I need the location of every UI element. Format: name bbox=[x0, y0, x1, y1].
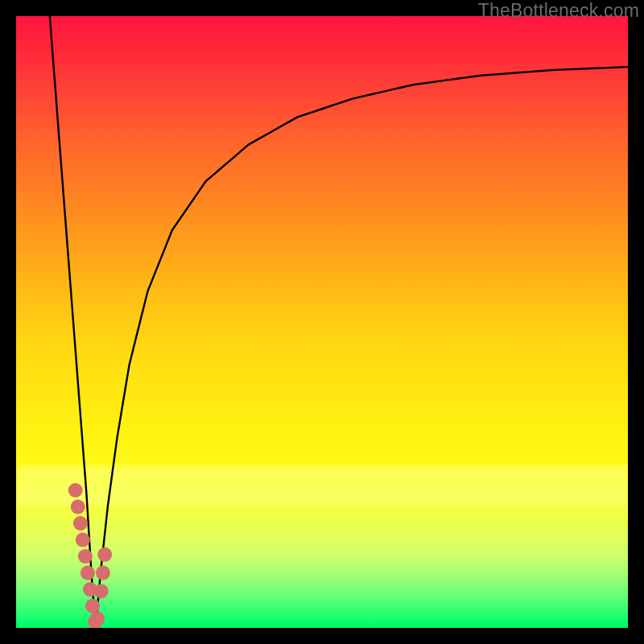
marker-point bbox=[94, 584, 109, 598]
marker-point bbox=[73, 516, 88, 530]
marker-group bbox=[68, 483, 112, 628]
marker-point bbox=[76, 533, 90, 547]
plot-area bbox=[16, 16, 628, 628]
curve-right-branch bbox=[96, 67, 628, 628]
marker-point bbox=[68, 483, 83, 497]
marker-point bbox=[71, 500, 85, 514]
curves-layer bbox=[16, 16, 628, 628]
marker-point bbox=[85, 599, 100, 613]
marker-point bbox=[78, 549, 93, 564]
marker-point bbox=[97, 547, 112, 562]
marker-point bbox=[80, 566, 95, 580]
marker-point bbox=[96, 566, 110, 580]
curve-group bbox=[50, 16, 628, 628]
marker-point bbox=[90, 612, 105, 626]
watermark-text: TheBottleneck.com bbox=[478, 0, 639, 22]
chart-frame: TheBottleneck.com bbox=[0, 0, 644, 644]
